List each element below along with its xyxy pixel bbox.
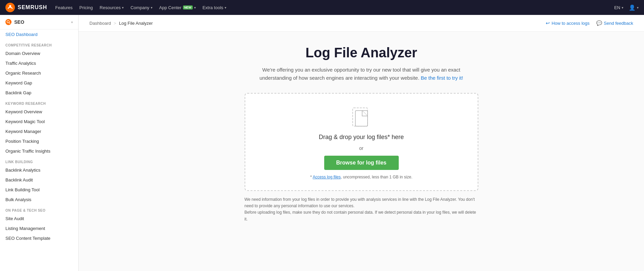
disclaimer-line-1: We need information from your log files … bbox=[245, 196, 478, 209]
sidebar-item-listing-management[interactable]: Listing Management bbox=[0, 224, 78, 233]
chevron-down-icon: ▾ bbox=[71, 20, 73, 24]
new-badge: NEW bbox=[183, 5, 193, 9]
nav-pricing[interactable]: Pricing bbox=[79, 5, 93, 10]
breadcrumb-bar: Dashboard > Log File Analyzer ↩ How to a… bbox=[79, 15, 644, 32]
chevron-down-icon: ▾ bbox=[225, 6, 226, 9]
sidebar-item-keyword-gap[interactable]: Keyword Gap bbox=[0, 78, 78, 88]
svg-point-2 bbox=[7, 21, 9, 23]
user-icon: 👤 bbox=[629, 4, 636, 11]
sidebar-item-position-tracking[interactable]: Position Tracking bbox=[0, 136, 78, 146]
language-selector[interactable]: EN ▾ bbox=[614, 5, 623, 10]
disclaimer-line-2: Before uploading log files, make sure th… bbox=[245, 209, 478, 222]
sidebar-section-link-building: LINK BUILDING bbox=[0, 156, 78, 165]
nav-app-center[interactable]: App Center NEW ▾ bbox=[159, 5, 196, 10]
nav-features[interactable]: Features bbox=[55, 5, 72, 10]
breadcrumb-current: Log File Analyzer bbox=[119, 21, 153, 26]
svg-point-1 bbox=[9, 5, 11, 7]
user-menu[interactable]: 👤 ▾ bbox=[629, 4, 639, 11]
chevron-down-icon: ▾ bbox=[637, 6, 639, 9]
breadcrumb-dashboard[interactable]: Dashboard bbox=[89, 21, 111, 26]
svg-rect-5 bbox=[355, 111, 368, 126]
drop-or-label: or bbox=[359, 146, 363, 151]
access-logs-icon: ↩ bbox=[546, 20, 550, 26]
sidebar-item-seo-content-template[interactable]: SEO Content Template bbox=[0, 233, 78, 243]
how-to-access-logs-link[interactable]: ↩ How to access logs bbox=[546, 20, 589, 26]
sidebar-item-link-building-tool[interactable]: Link Building Tool bbox=[0, 185, 78, 195]
nav-resources[interactable]: Resources ▾ bbox=[100, 5, 124, 10]
sidebar-section-keyword: KEYWORD RESEARCH bbox=[0, 98, 78, 107]
sidebar-item-organic-research[interactable]: Organic Research bbox=[0, 68, 78, 78]
file-drop-icon bbox=[352, 107, 371, 129]
sidebar-item-bulk-analysis[interactable]: Bulk Analysis bbox=[0, 195, 78, 205]
seo-icon bbox=[5, 19, 12, 25]
logo[interactable]: SEMRUSH bbox=[5, 3, 47, 12]
breadcrumb-actions: ↩ How to access logs 💬 Send feedback bbox=[546, 20, 633, 26]
chevron-down-icon: ▾ bbox=[151, 6, 152, 9]
drop-note: * Access log files, uncompressed, less t… bbox=[310, 175, 412, 179]
main-content: Dashboard > Log File Analyzer ↩ How to a… bbox=[79, 15, 644, 271]
app-layout: SEO ▾ SEO Dashboard COMPETITIVE RESEARCH… bbox=[0, 15, 644, 271]
send-feedback-link[interactable]: 💬 Send feedback bbox=[596, 20, 633, 26]
sidebar-seo-header[interactable]: SEO ▾ bbox=[0, 15, 78, 30]
sidebar-section-onpage: ON PAGE & TECH SEO bbox=[0, 205, 78, 214]
breadcrumb: Dashboard > Log File Analyzer bbox=[89, 21, 153, 26]
page-body: Log File Analyzer We're offering you an … bbox=[79, 32, 644, 236]
nav-company[interactable]: Company ▾ bbox=[130, 5, 152, 10]
sidebar-item-keyword-manager[interactable]: Keyword Manager bbox=[0, 127, 78, 136]
breadcrumb-separator: > bbox=[114, 21, 117, 26]
logo-text: SEMRUSH bbox=[18, 4, 47, 11]
semrush-logo-icon bbox=[5, 3, 15, 12]
svg-line-3 bbox=[9, 23, 11, 24]
sidebar-item-domain-overview[interactable]: Domain Overview bbox=[0, 49, 78, 58]
sidebar-item-site-audit[interactable]: Site Audit bbox=[0, 214, 78, 224]
chevron-down-icon: ▾ bbox=[194, 6, 196, 9]
sidebar-section-competitive: COMPETITIVE RESEARCH bbox=[0, 39, 78, 49]
sidebar-item-backlink-analytics[interactable]: Backlink Analytics bbox=[0, 165, 78, 175]
chevron-down-icon: ▾ bbox=[622, 6, 623, 9]
nav-right: EN ▾ 👤 ▾ bbox=[614, 4, 639, 11]
sidebar-item-traffic-analytics[interactable]: Traffic Analytics bbox=[0, 58, 78, 68]
sidebar-item-backlink-gap[interactable]: Backlink Gap bbox=[0, 88, 78, 98]
sidebar: SEO ▾ SEO Dashboard COMPETITIVE RESEARCH… bbox=[0, 15, 79, 271]
sidebar-item-keyword-magic[interactable]: Keyword Magic Tool bbox=[0, 117, 78, 127]
chevron-down-icon: ▾ bbox=[122, 6, 124, 9]
access-log-files-link[interactable]: Access log files bbox=[313, 175, 341, 179]
nav-extra-tools[interactable]: Extra tools ▾ bbox=[203, 5, 226, 10]
sidebar-item-backlink-audit[interactable]: Backlink Audit bbox=[0, 175, 78, 185]
sidebar-item-seo-dashboard[interactable]: SEO Dashboard bbox=[0, 30, 78, 39]
disclaimer: We need information from your log files … bbox=[245, 196, 478, 222]
nav-links: Features Pricing Resources ▾ Company ▾ A… bbox=[55, 5, 606, 10]
feedback-icon: 💬 bbox=[596, 20, 602, 26]
page-subtitle: We're offering you an exclusive opportun… bbox=[253, 66, 470, 82]
top-navigation: SEMRUSH Features Pricing Resources ▾ Com… bbox=[0, 0, 644, 15]
sidebar-header-label: SEO bbox=[5, 19, 24, 25]
sidebar-item-organic-traffic-insights[interactable]: Organic Traffic Insights bbox=[0, 146, 78, 156]
browse-files-button[interactable]: Browse for log files bbox=[324, 156, 399, 170]
drop-text: Drag & drop your log files* here bbox=[319, 134, 404, 141]
page-title: Log File Analyzer bbox=[306, 45, 417, 60]
sidebar-item-keyword-overview[interactable]: Keyword Overview bbox=[0, 107, 78, 117]
drop-zone[interactable]: Drag & drop your log files* here or Brow… bbox=[245, 93, 478, 191]
